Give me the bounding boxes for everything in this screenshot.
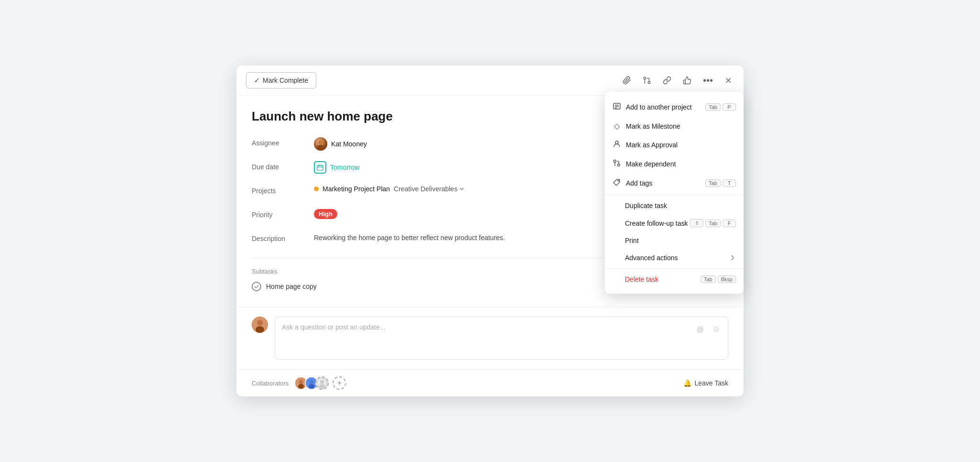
svg-point-15: [299, 380, 303, 384]
priority-badge: High: [314, 209, 337, 219]
print-label: Print: [625, 237, 639, 244]
assignee-value[interactable]: Kat Mooney: [314, 137, 367, 151]
kbd-shift: ⇧: [690, 219, 703, 227]
subtask-circle-icon: [252, 282, 261, 291]
commenter-face-icon: [252, 317, 268, 333]
priority-value[interactable]: High: [314, 209, 337, 219]
due-date-value[interactable]: Tomorrow: [314, 161, 359, 174]
close-button[interactable]: [723, 75, 734, 86]
kbd-f: F: [723, 220, 736, 227]
delete-label: Delete task: [625, 275, 658, 283]
svg-point-16: [298, 384, 304, 389]
comment-section: Ask a question or post an update... @ ☺: [236, 307, 744, 369]
menu-item-add-project[interactable]: Add to another project Tab P: [605, 98, 744, 117]
menu-item-print[interactable]: Print: [605, 232, 744, 249]
subtask-name: Home page copy: [266, 283, 317, 290]
avatar-face-icon: [314, 137, 327, 151]
menu-section-2: Duplicate task Create follow-up task ⇧ T…: [605, 195, 744, 269]
add-project-icon: [612, 102, 621, 112]
menu-item-add-tags[interactable]: Add tags Tab T: [605, 174, 744, 193]
comment-input-box[interactable]: Ask a question or post an update... @ ☺: [275, 317, 728, 360]
modal-wrapper: ✓ Mark Complete •••: [236, 66, 744, 396]
close-icon: [724, 77, 732, 84]
at-mention-button[interactable]: @: [694, 323, 705, 335]
svg-point-12: [257, 320, 263, 326]
calendar-icon: [314, 161, 326, 174]
due-date-text: Tomorrow: [330, 164, 359, 171]
dependent-label: Make dependent: [626, 160, 676, 168]
svg-point-13: [256, 326, 264, 333]
thumbsup-icon: [683, 76, 691, 85]
assignee-label: Assignee: [252, 137, 314, 147]
svg-point-18: [310, 380, 314, 384]
attachment-button[interactable]: [621, 74, 633, 87]
attachment-icon: [623, 76, 631, 85]
add-icon: +: [337, 379, 342, 387]
collaborator-avatars: [294, 376, 329, 390]
menu-section-1: Add to another project Tab P ◇ Mark as M…: [605, 96, 744, 195]
comment-placeholder: Ask a question or post an update...: [282, 323, 385, 331]
assignee-name: Kat Mooney: [331, 140, 367, 148]
comment-action-icons: @ ☺: [694, 323, 722, 335]
kbd-tab4: Tab: [701, 275, 716, 283]
leave-task-button[interactable]: 🔔 Leave Task: [683, 379, 728, 387]
menu-item-approval[interactable]: Mark as Approval: [605, 135, 744, 154]
dependency-button[interactable]: [641, 74, 653, 87]
menu-item-advanced[interactable]: Advanced actions: [605, 249, 744, 266]
kbd-tab2: Tab: [705, 179, 721, 187]
commenter-avatar: [252, 317, 268, 333]
menu-item-duplicate[interactable]: Duplicate task: [605, 197, 744, 214]
milestone-icon: ◇: [612, 121, 621, 131]
approval-icon: [612, 140, 621, 150]
kbd-bksp: Bksp: [718, 275, 736, 283]
like-button[interactable]: [681, 74, 693, 87]
followup-label: Create follow-up task: [625, 220, 688, 227]
add-collaborator-button[interactable]: +: [333, 376, 346, 390]
priority-label: Priority: [252, 209, 314, 219]
menu-item-milestone[interactable]: ◇ Mark as Milestone: [605, 117, 744, 135]
kbd-tab3: Tab: [705, 220, 721, 227]
branch-icon: [643, 76, 651, 85]
link-icon: [663, 76, 671, 85]
svg-point-22: [319, 384, 325, 389]
duplicate-label: Duplicate task: [625, 202, 667, 209]
due-date-label: Due date: [252, 161, 314, 171]
collab-add-icon: [316, 376, 328, 390]
more-icon: •••: [703, 75, 713, 86]
svg-point-31: [618, 180, 619, 181]
projects-value[interactable]: Marketing Project Plan Creative Delivera…: [314, 185, 464, 193]
collaborators-row: Collaborators: [252, 376, 346, 390]
project-section: Creative Deliverables: [394, 185, 464, 193]
project-name: Marketing Project Plan: [323, 185, 390, 193]
task-header: ✓ Mark Complete •••: [236, 66, 744, 96]
svg-point-5: [318, 140, 323, 145]
kbd-p: P: [723, 103, 736, 111]
project-dot-icon: [314, 187, 319, 191]
menu-item-dependent[interactable]: Make dependent: [605, 154, 744, 174]
mark-complete-button[interactable]: ✓ Mark Complete: [246, 72, 316, 88]
menu-item-delete[interactable]: Delete task Tab Bksp: [605, 271, 744, 288]
description-value: Reworking the home page to better reflec…: [314, 233, 505, 243]
svg-point-29: [614, 160, 616, 163]
task-footer: Collaborators: [236, 369, 744, 396]
kbd-t: T: [723, 179, 736, 187]
kbd-tab: Tab: [705, 103, 721, 111]
add-tags-label: Add tags: [626, 179, 652, 187]
leave-task-label: Leave Task: [694, 379, 728, 387]
tags-icon: [612, 178, 621, 188]
menu-item-followup[interactable]: Create follow-up task ⇧ Tab F: [605, 214, 744, 232]
description-text: Reworking the home page to better reflec…: [314, 233, 505, 243]
link-button[interactable]: [661, 74, 673, 87]
checkmark-icon: ✓: [254, 77, 260, 84]
bell-icon: 🔔: [683, 379, 691, 387]
more-options-button[interactable]: •••: [701, 73, 715, 88]
emoji-button[interactable]: ☺: [711, 323, 722, 335]
chevron-right-icon: [729, 254, 736, 261]
calendar-svg: [317, 164, 323, 171]
approval-label: Mark as Approval: [626, 141, 678, 149]
milestone-label: Mark as Milestone: [626, 122, 680, 130]
svg-point-19: [309, 384, 314, 389]
add-project-label: Add to another project: [626, 103, 692, 111]
header-actions: •••: [621, 73, 734, 88]
collaborators-label: Collaborators: [252, 380, 289, 387]
